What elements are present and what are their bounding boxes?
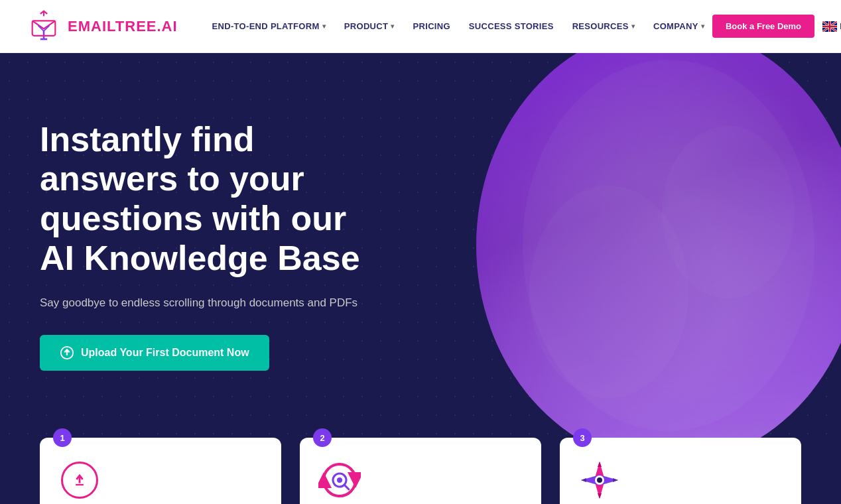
feature-card-2: 2 [300,438,541,504]
hero-section: Instantly find answers to your questions… [0,53,841,438]
svg-marker-33 [613,478,618,482]
logo-icon [27,9,61,44]
nav-item-company[interactable]: COMPANY ▾ [645,16,712,36]
card-icon-3 [578,459,621,501]
navbar: EMAILTREE.AI END-TO-END PLATFORM ▾ PRODU… [0,0,841,53]
flag-icon [822,21,837,32]
card-badge-1: 1 [53,428,72,447]
nav-item-pricing[interactable]: PRICING [405,16,458,36]
card-badge-3: 3 [573,428,592,447]
chevron-down-icon: ▾ [701,23,704,30]
nav-right: Book a Free Demo EN ▾ [712,15,841,38]
nav-item-resources[interactable]: RESOURCES ▾ [564,16,643,36]
card-icon-2 [318,459,361,501]
upload-cta-button[interactable]: Upload Your First Document Now [40,335,269,371]
features-section: 1 Upload your knowledge base 2 [0,438,841,504]
hero-subtitle: Say goodbye to endless scrolling through… [40,294,371,312]
upload-circle-icon [61,462,98,499]
hero-title: Instantly find answers to your questions… [40,120,371,279]
nav-item-platform[interactable]: END-TO-END PLATFORM ▾ [204,16,334,36]
feature-card-1: 1 Upload your knowledge base [40,438,281,504]
chevron-down-icon: ▾ [322,23,326,30]
nav-item-success[interactable]: SUCCESS STORIES [461,16,562,36]
share-diamond-icon [578,459,621,501]
book-demo-button[interactable]: Book a Free Demo [712,15,814,38]
hero-image [476,53,841,438]
svg-point-29 [597,477,602,483]
svg-marker-31 [598,493,602,499]
logo[interactable]: EMAILTREE.AI [27,9,178,44]
svg-marker-32 [581,478,586,482]
svg-point-24 [337,477,342,483]
chevron-down-icon: ▾ [631,23,635,30]
svg-marker-30 [598,462,602,467]
card-badge-2: 2 [313,428,332,447]
hero-image-bg [476,53,841,438]
feature-card-3: 3 Share your data anywhere [560,438,801,504]
nav-item-product[interactable]: PRODUCT ▾ [336,16,403,36]
card-icon-1 [58,459,101,501]
brand-name: EMAILTREE.AI [68,18,178,35]
svg-line-25 [344,485,349,489]
nav-links: END-TO-END PLATFORM ▾ PRODUCT ▾ PRICING … [204,16,712,36]
language-selector[interactable]: EN ▾ [822,21,841,32]
svg-point-20 [662,126,795,298]
chevron-down-icon: ▾ [391,23,394,30]
hero-content: Instantly find answers to your questions… [0,67,411,424]
upload-icon [60,346,74,360]
chatgpt-swirl-icon [318,459,361,501]
